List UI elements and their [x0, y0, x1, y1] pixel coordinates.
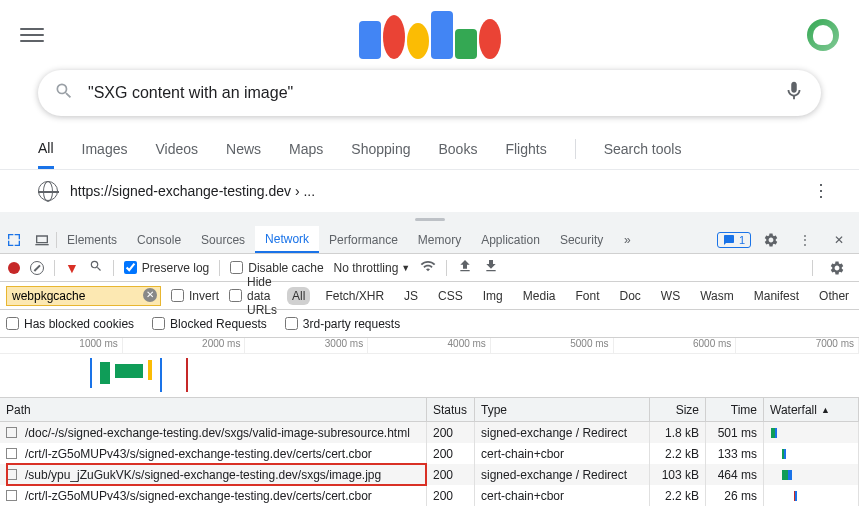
filter-input[interactable] [6, 286, 161, 306]
search-result[interactable]: https://signed-exchange-testing.dev › ..… [0, 170, 859, 212]
close-devtools-icon[interactable]: ✕ [825, 226, 853, 254]
preserve-log-checkbox[interactable]: Preserve log [124, 261, 209, 275]
clear-button[interactable] [30, 261, 44, 275]
profile-avatar[interactable] [807, 19, 839, 51]
device-toggle-icon[interactable] [28, 226, 56, 254]
col-type[interactable]: Type [475, 398, 650, 421]
tab-images[interactable]: Images [82, 131, 128, 167]
panel-sources[interactable]: Sources [191, 226, 255, 253]
network-conditions-icon[interactable] [420, 258, 436, 277]
network-settings-icon[interactable] [823, 254, 851, 282]
request-type: cert-chain+cbor [475, 443, 650, 464]
panel-console[interactable]: Console [127, 226, 191, 253]
record-button[interactable] [8, 262, 20, 274]
search-tabs: All Images Videos News Maps Shopping Boo… [0, 128, 859, 170]
search-network-icon[interactable] [89, 259, 103, 276]
table-row[interactable]: /sub/ypu_jZuGukVK/s/signed-exchange-test… [0, 464, 859, 485]
disable-cache-checkbox[interactable]: Disable cache [230, 261, 323, 275]
search-tools[interactable]: Search tools [604, 131, 682, 167]
upload-icon[interactable] [457, 258, 473, 277]
devtools-drag-handle[interactable] [0, 212, 859, 226]
col-time[interactable]: Time [706, 398, 764, 421]
tab-flights[interactable]: Flights [505, 131, 546, 167]
blocked-requests-checkbox[interactable]: Blocked Requests [152, 317, 267, 331]
tab-news[interactable]: News [226, 131, 261, 167]
request-type: signed-exchange / Redirect [475, 464, 650, 485]
panel-application[interactable]: Application [471, 226, 550, 253]
network-toolbar: ▼ Preserve log Disable cache No throttli… [0, 254, 859, 282]
inspect-icon[interactable] [0, 226, 28, 254]
type-font[interactable]: Font [570, 287, 604, 305]
row-checkbox[interactable] [6, 448, 17, 459]
panel-network[interactable]: Network [255, 226, 319, 253]
row-checkbox[interactable] [6, 490, 17, 501]
request-size: 2.2 kB [650, 443, 706, 464]
panel-memory[interactable]: Memory [408, 226, 471, 253]
tab-all[interactable]: All [38, 130, 54, 169]
table-header: Path Status Type Size Time Waterfall▲ [0, 398, 859, 422]
devtools-tabs: Elements Console Sources Network Perform… [0, 226, 859, 254]
row-checkbox[interactable] [6, 427, 17, 438]
mic-icon[interactable] [783, 80, 805, 106]
request-path: /crt/l-zG5oMUPv43/s/signed-exchange-test… [25, 447, 372, 461]
request-type: cert-chain+cbor [475, 485, 650, 506]
tab-videos[interactable]: Videos [155, 131, 198, 167]
panel-elements[interactable]: Elements [57, 226, 127, 253]
request-time: 501 ms [706, 422, 764, 443]
type-wasm[interactable]: Wasm [695, 287, 739, 305]
type-fetch[interactable]: Fetch/XHR [320, 287, 389, 305]
request-path: /doc/-/s/signed-exchange-testing.dev/sxg… [25, 426, 410, 440]
filter-bar: ✕ Invert Hide data URLs All Fetch/XHR JS… [0, 282, 859, 310]
more-icon[interactable]: ⋯ [811, 182, 833, 200]
result-url: https://signed-exchange-testing.dev › ..… [70, 183, 315, 199]
waterfall-cell [764, 485, 859, 506]
tab-shopping[interactable]: Shopping [351, 131, 410, 167]
timeline[interactable]: 1000 ms 2000 ms 3000 ms 4000 ms 5000 ms … [0, 338, 859, 398]
download-icon[interactable] [483, 258, 499, 277]
col-waterfall[interactable]: Waterfall▲ [764, 398, 859, 421]
blocked-cookies-checkbox[interactable]: Has blocked cookies [6, 317, 134, 331]
globe-icon [38, 181, 58, 201]
hamburger-menu[interactable] [20, 23, 44, 47]
hide-data-urls-checkbox[interactable]: Hide data URLs [229, 275, 277, 317]
type-media[interactable]: Media [518, 287, 561, 305]
request-size: 2.2 kB [650, 485, 706, 506]
request-time: 464 ms [706, 464, 764, 485]
search-icon[interactable] [54, 81, 74, 105]
throttling-select[interactable]: No throttling ▼ [334, 261, 411, 275]
type-other[interactable]: Other [814, 287, 854, 305]
filter-toggle-icon[interactable]: ▼ [65, 260, 79, 276]
panel-performance[interactable]: Performance [319, 226, 408, 253]
search-input[interactable] [88, 84, 769, 102]
col-size[interactable]: Size [650, 398, 706, 421]
third-party-checkbox[interactable]: 3rd-party requests [285, 317, 400, 331]
tab-maps[interactable]: Maps [289, 131, 323, 167]
waterfall-cell [764, 443, 859, 464]
table-row[interactable]: /doc/-/s/signed-exchange-testing.dev/sxg… [0, 422, 859, 443]
messages-badge[interactable]: 1 [717, 232, 751, 248]
panels-more-icon[interactable]: » [613, 226, 641, 254]
clear-filter-icon[interactable]: ✕ [143, 288, 157, 302]
request-time: 26 ms [706, 485, 764, 506]
settings-icon[interactable] [757, 226, 785, 254]
row-checkbox[interactable] [6, 469, 17, 480]
type-ws[interactable]: WS [656, 287, 685, 305]
table-row[interactable]: /crt/l-zG5oMUPv43/s/signed-exchange-test… [0, 485, 859, 506]
request-time: 133 ms [706, 443, 764, 464]
tab-books[interactable]: Books [438, 131, 477, 167]
request-status: 200 [427, 464, 475, 485]
type-manifest[interactable]: Manifest [749, 287, 804, 305]
type-doc[interactable]: Doc [614, 287, 645, 305]
type-img[interactable]: Img [478, 287, 508, 305]
type-all[interactable]: All [287, 287, 310, 305]
panel-security[interactable]: Security [550, 226, 613, 253]
kebab-icon[interactable]: ⋮ [791, 226, 819, 254]
col-status[interactable]: Status [427, 398, 475, 421]
google-doodle[interactable] [350, 8, 510, 63]
table-row[interactable]: /crt/l-zG5oMUPv43/s/signed-exchange-test… [0, 443, 859, 464]
col-path[interactable]: Path [0, 398, 427, 421]
type-css[interactable]: CSS [433, 287, 468, 305]
invert-checkbox[interactable]: Invert [171, 289, 219, 303]
request-status: 200 [427, 485, 475, 506]
type-js[interactable]: JS [399, 287, 423, 305]
